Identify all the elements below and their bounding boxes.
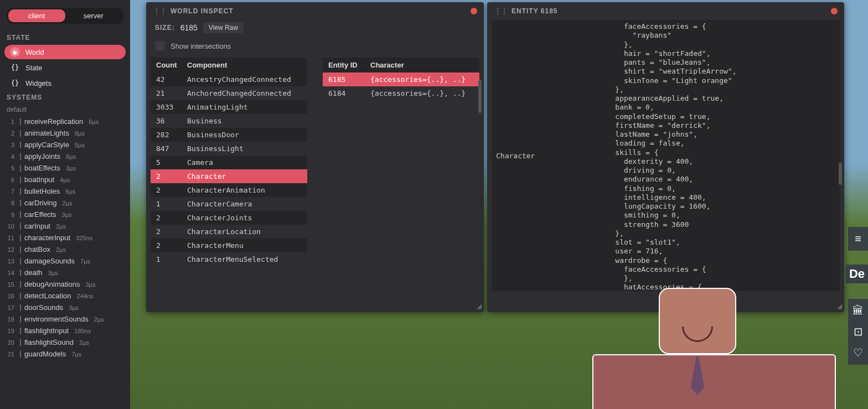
state-item-world[interactable]: ◉World <box>4 45 126 59</box>
menu-icon[interactable]: ≡ <box>855 232 861 245</box>
system-row[interactable]: 6boatInput4µs <box>0 174 130 185</box>
system-row[interactable]: 1receiveReplication6µs <box>0 116 130 127</box>
component-row[interactable]: 282BusinessDoor <box>151 128 307 142</box>
scrollbar[interactable] <box>839 163 842 185</box>
component-row[interactable]: 2CharacterJoints <box>151 211 307 225</box>
col-count: Count <box>156 61 187 69</box>
entity-row[interactable]: 6185{accessories={..}, ..} <box>323 73 479 86</box>
component-row[interactable]: 3033AnimatingLight <box>151 100 307 114</box>
bar-icon <box>20 270 21 276</box>
component-count: 2 <box>156 214 187 222</box>
system-row[interactable]: 12chatBox2µs <box>0 244 130 255</box>
component-name: AnimatingLight <box>187 103 302 111</box>
system-time: 6µs <box>65 188 75 195</box>
panel-header[interactable]: ⋮⋮ WORLD INSPECT <box>146 2 484 20</box>
component-row[interactable]: 2CharacterLocation <box>151 225 307 239</box>
bar-icon <box>20 223 21 230</box>
component-row[interactable]: 2Character <box>151 169 307 183</box>
panel-header[interactable]: ⋮⋮ ENTITY 6185 <box>487 2 844 20</box>
component-row[interactable]: 2CharacterMenu <box>151 239 307 252</box>
system-row[interactable]: 10carInput2µs <box>0 220 130 232</box>
component-row[interactable]: 2CharacterAnimation <box>151 183 307 197</box>
scrollbar[interactable] <box>478 80 482 113</box>
system-row[interactable]: 15debugAnimations3µs <box>0 278 130 290</box>
drag-icon[interactable]: ⋮⋮ <box>494 7 507 15</box>
component-count: 36 <box>156 117 187 125</box>
system-row[interactable]: 16detectLocation244ns <box>0 290 130 302</box>
system-name: damageSounds <box>24 257 75 265</box>
system-time: 3µs <box>69 304 79 311</box>
component-name: AncestryChangedConnected <box>187 75 302 84</box>
system-row[interactable]: 14death3µs <box>0 267 130 278</box>
entity-value: {accessories={..}, ..} <box>370 89 474 97</box>
view-raw-button[interactable]: View Raw <box>203 22 244 33</box>
system-row[interactable]: 3applyCarStyle5µs <box>0 139 130 151</box>
drag-icon[interactable]: ⋮⋮ <box>153 7 166 15</box>
component-name: BusinessLight <box>187 144 302 153</box>
system-row[interactable]: 19flashlightInput185ns <box>0 325 130 336</box>
system-row[interactable]: 2animateLights8µs <box>0 127 130 139</box>
close-icon[interactable] <box>831 8 838 14</box>
heart-icon[interactable]: ♡ <box>853 346 863 359</box>
system-index: 7 <box>7 188 14 195</box>
component-row[interactable]: 36Business <box>151 114 307 128</box>
bar-icon <box>20 258 21 265</box>
system-time: 7µs <box>71 351 81 358</box>
systems-group-label: default <box>0 105 130 116</box>
state-item-state[interactable]: {}State <box>4 60 126 75</box>
entity-row[interactable]: 6184{accessories={..}, ..} <box>323 86 479 100</box>
entities-table: Entity ID Character 6185{accessories={..… <box>323 58 479 266</box>
game-avatar <box>559 299 841 409</box>
system-row[interactable]: 11characterInput325ns <box>0 232 130 244</box>
system-time: 5µs <box>75 142 85 148</box>
system-row[interactable]: 13damageSounds7µs <box>0 255 130 267</box>
system-name: receiveReplication <box>24 117 83 126</box>
system-name: doorSounds <box>24 303 63 312</box>
bank-icon[interactable]: 🏛 <box>852 304 864 317</box>
system-index: 17 <box>7 304 14 311</box>
system-index: 21 <box>7 351 14 358</box>
system-row[interactable]: 21guardModels7µs <box>0 348 130 360</box>
component-name: CharacterAnimation <box>187 186 302 194</box>
realm-tabs: client server <box>7 8 123 24</box>
system-row[interactable]: 20flashlightSound2µs <box>0 336 130 348</box>
system-row[interactable]: 5boatEffects3µs <box>0 162 130 174</box>
panel-title: ENTITY 6185 <box>512 7 557 15</box>
close-icon[interactable] <box>471 8 477 14</box>
component-name: CharacterMenuSelected <box>187 255 302 263</box>
bar-icon <box>20 281 21 288</box>
state-item-widgets[interactable]: {}Widgets <box>4 76 126 90</box>
component-row[interactable]: 1CharacterMenuSelected <box>151 252 307 266</box>
bar-icon <box>20 235 21 241</box>
system-time: 2µs <box>56 223 66 230</box>
system-row[interactable]: 7bulletHoles6µs <box>0 185 130 197</box>
entity-data-view[interactable]: faceAccessories = { "raybans" }, hair = … <box>591 20 840 291</box>
system-name: detectLocation <box>24 292 71 300</box>
tab-server[interactable]: server <box>65 9 122 22</box>
system-row[interactable]: 4applyJoints8µs <box>0 151 130 162</box>
system-index: 12 <box>7 246 14 253</box>
component-count: 5 <box>156 158 187 167</box>
system-row[interactable]: 9carEffects3µs <box>0 209 130 220</box>
bar-icon <box>20 118 21 125</box>
tab-client[interactable]: client <box>8 9 65 22</box>
component-row[interactable]: 5Camera <box>151 156 307 169</box>
component-row[interactable]: 847BusinessLight <box>151 142 307 156</box>
system-index: 10 <box>7 223 14 230</box>
bar-icon <box>20 130 21 137</box>
component-row[interactable]: 42AncestryChangedConnected <box>151 73 307 86</box>
component-row[interactable]: 21AnchoredChangedConnected <box>151 86 307 100</box>
component-count: 21 <box>156 89 187 97</box>
badge-de[interactable]: De <box>846 265 868 283</box>
resize-icon[interactable]: ◢ <box>477 302 482 310</box>
system-row[interactable]: 17doorSounds3µs <box>0 302 130 313</box>
component-count: 282 <box>156 131 187 139</box>
component-count: 1 <box>156 255 187 263</box>
card-icon[interactable]: ⊡ <box>854 325 863 338</box>
system-name: environmentSounds <box>24 315 89 323</box>
component-row[interactable]: 1CharacterCamera <box>151 197 307 211</box>
system-row[interactable]: 18environmentSounds2µs <box>0 313 130 325</box>
show-intersections-checkbox[interactable] <box>155 41 165 51</box>
system-name: flashlightInput <box>24 327 69 335</box>
system-row[interactable]: 8carDriving2µs <box>0 197 130 209</box>
